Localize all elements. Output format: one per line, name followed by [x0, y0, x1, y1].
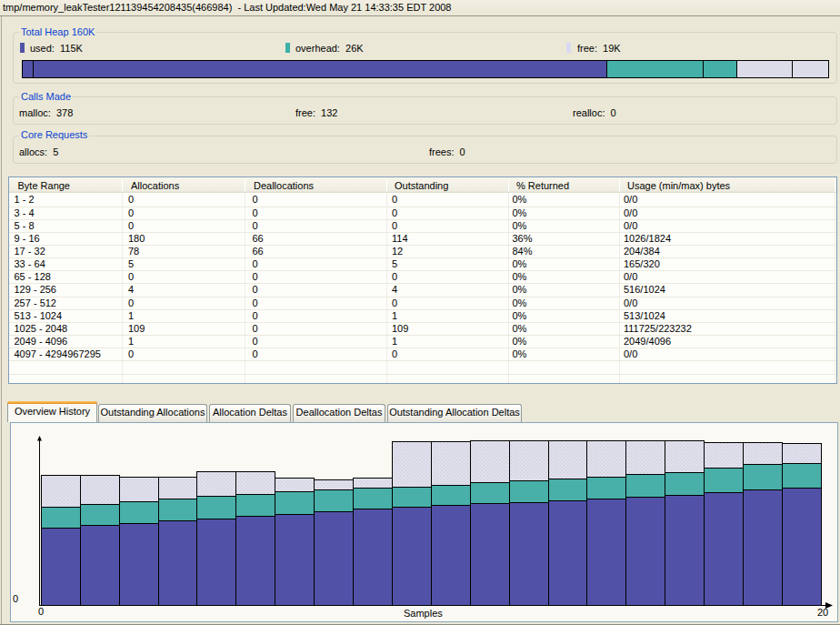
svg-text:0: 0	[38, 606, 44, 617]
svg-text:20: 20	[817, 607, 828, 618]
svg-text:Samples: Samples	[404, 608, 443, 619]
svg-text:0: 0	[13, 593, 18, 604]
